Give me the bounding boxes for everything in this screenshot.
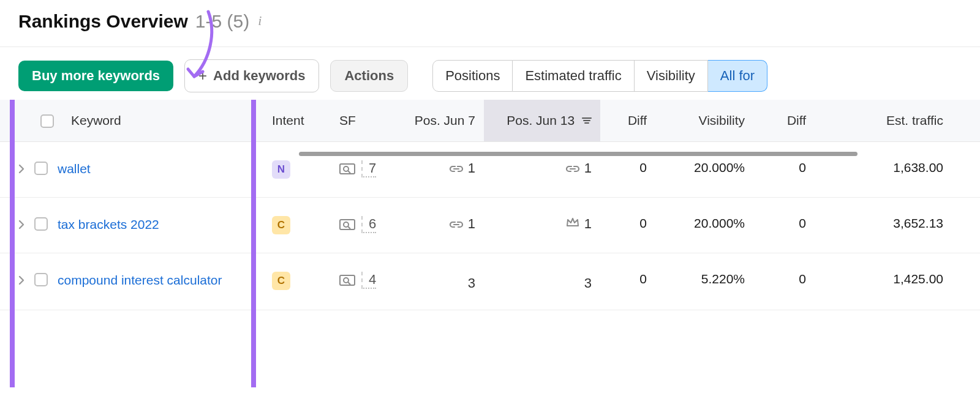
keyword-link[interactable]: tax brackets 2022	[58, 216, 159, 233]
serp-features-cell[interactable]: 4	[339, 272, 376, 289]
position-jun-13: 1	[492, 160, 592, 176]
segment-all-for[interactable]: All for	[708, 60, 767, 92]
serp-features-cell[interactable]: 6	[339, 216, 376, 233]
sf-count: 7	[361, 160, 376, 177]
link-icon	[450, 216, 463, 232]
col-keyword-label: Keyword	[71, 113, 121, 128]
buy-keywords-button[interactable]: Buy more keywords	[18, 61, 173, 91]
diff-2-value: 0	[753, 198, 815, 253]
table-row: compound interest calculatorC43305.220%0…	[0, 253, 980, 310]
visibility-value: 5.220%	[655, 253, 753, 310]
position-jun-7: 3	[407, 275, 475, 291]
segment-positions[interactable]: Positions	[432, 60, 513, 92]
col-pos-jun-13-label: Pos. Jun 13	[507, 113, 575, 127]
view-segmented-control: Positions Estimated traffic Visibility A…	[432, 60, 767, 92]
plus-icon: +	[198, 67, 207, 84]
page-title-range: 1-5 (5)	[195, 11, 249, 32]
info-icon[interactable]: i	[258, 13, 262, 29]
visibility-value: 20.000%	[655, 198, 753, 253]
link-icon	[450, 160, 463, 176]
col-visibility[interactable]: Visibility	[655, 100, 753, 142]
visibility-value: 20.000%	[655, 142, 753, 198]
segment-estimated-traffic[interactable]: Estimated traffic	[513, 60, 634, 92]
keyword-link[interactable]: wallet	[58, 160, 91, 177]
diff-1-value: 0	[600, 142, 655, 198]
sf-count: 4	[361, 272, 376, 289]
diff-2-value: 0	[753, 142, 815, 198]
crown-icon	[566, 216, 579, 232]
col-diff-1[interactable]: Diff	[600, 100, 655, 142]
row-checkbox[interactable]	[34, 217, 48, 231]
toolbar: Buy more keywords + Add keywords Actions…	[0, 47, 980, 100]
col-pos-jun-7[interactable]: Pos. Jun 7	[398, 100, 484, 142]
keyword-link[interactable]: compound interest calculator	[58, 272, 222, 289]
add-keywords-button[interactable]: + Add keywords	[184, 59, 319, 92]
position-jun-13: 3	[492, 275, 592, 291]
est-traffic-value: 3,652.13	[815, 198, 980, 253]
table-row: tax brackets 2022C611020.000%03,652.13	[0, 198, 980, 253]
horizontal-scrollbar[interactable]	[299, 152, 858, 156]
actions-button[interactable]: Actions	[330, 60, 408, 92]
intent-badge: C	[272, 272, 290, 290]
page-title: Rankings Overview	[18, 11, 188, 32]
select-all-checkbox[interactable]	[40, 114, 54, 128]
rankings-table: Keyword Intent SF Pos. Jun 7 Pos. Jun 13…	[0, 100, 980, 310]
svg-point-7	[344, 278, 349, 283]
row-checkbox[interactable]	[34, 162, 48, 175]
svg-line-5	[348, 226, 350, 229]
svg-point-4	[344, 222, 349, 227]
est-traffic-value: 1,425.00	[815, 253, 980, 310]
sf-count: 6	[361, 216, 376, 233]
col-est-traffic[interactable]: Est. traffic	[815, 100, 980, 142]
expand-chevron-icon[interactable]	[18, 275, 24, 288]
page-header: Rankings Overview 1-5 (5) i	[0, 0, 980, 47]
rankings-table-wrap: Keyword Intent SF Pos. Jun 7 Pos. Jun 13…	[0, 100, 980, 310]
row-checkbox[interactable]	[34, 273, 48, 286]
link-icon	[566, 160, 579, 176]
position-jun-7: 1	[407, 160, 475, 176]
svg-rect-0	[340, 164, 355, 174]
serp-features-cell[interactable]: 7	[339, 160, 376, 177]
diff-2-value: 0	[753, 253, 815, 310]
col-diff-2[interactable]: Diff	[753, 100, 815, 142]
intent-badge: C	[272, 216, 290, 234]
segment-visibility[interactable]: Visibility	[635, 60, 708, 92]
svg-rect-6	[340, 275, 355, 285]
col-pos-jun-13[interactable]: Pos. Jun 13	[484, 100, 600, 142]
est-traffic-value: 1,638.00	[815, 142, 980, 198]
diff-1-value: 0	[600, 253, 655, 310]
add-keywords-label: Add keywords	[213, 68, 305, 84]
svg-line-8	[348, 282, 350, 285]
svg-line-2	[348, 171, 350, 173]
sort-icon	[582, 117, 592, 127]
position-jun-13: 1	[492, 216, 592, 232]
position-jun-7: 1	[407, 216, 475, 232]
expand-chevron-icon[interactable]	[18, 164, 24, 176]
intent-badge: N	[272, 160, 290, 179]
col-intent[interactable]: Intent	[263, 100, 331, 142]
col-keyword[interactable]: Keyword	[0, 100, 263, 142]
svg-point-1	[344, 166, 349, 171]
expand-chevron-icon[interactable]	[18, 220, 24, 232]
col-sf[interactable]: SF	[331, 100, 398, 142]
table-row: walletN711020.000%01,638.00	[0, 142, 980, 198]
diff-1-value: 0	[600, 198, 655, 253]
svg-rect-3	[340, 220, 355, 229]
